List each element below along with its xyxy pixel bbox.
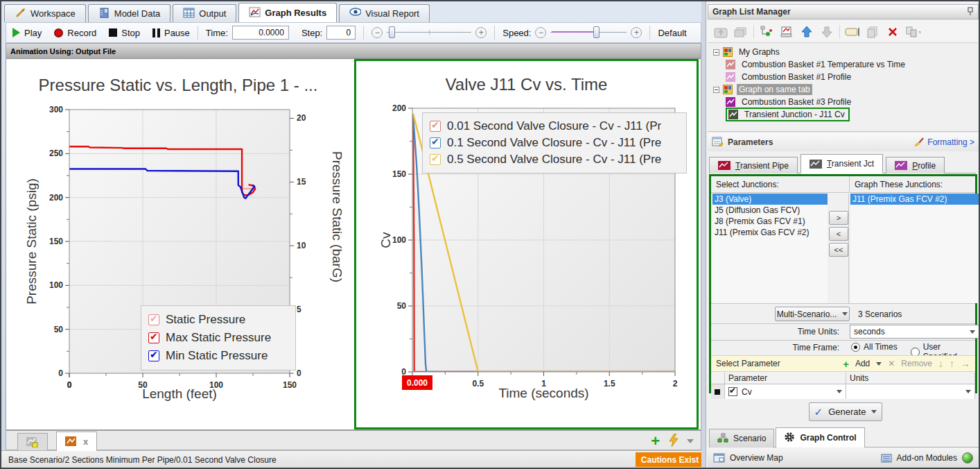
tree-item-combustion-basket-1-profile[interactable]: Combustion Basket #1 Profile: [709, 71, 977, 83]
update-graph-icon[interactable]: [779, 24, 794, 40]
junction-list-item[interactable]: J3 (Valve): [712, 194, 828, 205]
speed-slider-minus-button[interactable]: −: [535, 27, 546, 38]
graph-tab-profile[interactable]: [17, 433, 48, 451]
move-param-right-icon[interactable]: →: [961, 358, 970, 369]
pin-icon[interactable]: [967, 7, 974, 17]
addon-modules-button[interactable]: Add-on Modules: [881, 453, 957, 463]
legend-checkbox[interactable]: ✔: [148, 332, 159, 343]
parameter-row[interactable]: Cv: [711, 384, 975, 399]
tab-model-data[interactable]: Model Data: [88, 4, 170, 22]
cautions-exist-badge[interactable]: Cautions Exist: [636, 452, 704, 467]
legend-checkbox[interactable]: ✔: [430, 137, 441, 148]
tree-item-combustion-basket-3-profile[interactable]: Combustion Basket #3 Profile: [709, 96, 977, 108]
radio-all-times[interactable]: [851, 343, 860, 352]
tab-scenario[interactable]: Scenario: [709, 429, 774, 447]
pressure-profile-chart[interactable]: Pressure Static vs. Length, Pipe 1 - ...…: [8, 60, 349, 429]
play-button[interactable]: Play: [6, 23, 48, 42]
param-tab-profile[interactable]: Profile: [886, 157, 945, 173]
add-graph-icon[interactable]: +: [651, 434, 660, 448]
generate-button[interactable]: ✓ Generate: [809, 402, 882, 421]
panel-bottom-tabs: Scenario Graph Control: [709, 426, 979, 447]
legend-item[interactable]: ✔Static Pressure: [148, 313, 288, 327]
collapse-icon[interactable]: [713, 49, 719, 56]
move-param-down-icon[interactable]: ↓: [938, 358, 943, 369]
pause-button[interactable]: Pause: [146, 23, 196, 42]
move-up-icon[interactable]: [799, 24, 814, 40]
tree-item-graph-on-same-tab[interactable]: Graph on same tab: [709, 83, 977, 96]
time-units-select[interactable]: seconds: [850, 325, 979, 339]
speed-slider-thumb[interactable]: [593, 26, 600, 38]
legend-item[interactable]: ✔Min Static Pressure: [148, 349, 288, 363]
parameter-dropdown-icon[interactable]: [837, 390, 842, 393]
legend-item[interactable]: ✔0.01 Second Valve Closure - Cv - J11 (P…: [430, 119, 679, 133]
duplicate-icon[interactable]: [865, 24, 880, 40]
overview-map-button[interactable]: Overview Map: [713, 453, 783, 463]
load-graph-icon[interactable]: [713, 24, 728, 40]
param-tab-transient-pipe[interactable]: Transient Pipe: [709, 157, 798, 173]
time-input[interactable]: 0.0000: [232, 26, 289, 40]
speed-slider-plus-button[interactable]: +: [631, 27, 642, 38]
move-right-button[interactable]: >: [829, 211, 848, 225]
add-dropdown-icon[interactable]: [876, 362, 882, 366]
legend-item[interactable]: ✔0.5 Second Valve Closure - Cv - J11 (Pr…: [430, 153, 679, 167]
chart-icon: [249, 7, 261, 19]
add-graph-to-list-icon[interactable]: [759, 24, 774, 40]
graph-tab-transient[interactable]: x: [56, 432, 97, 451]
legend-item[interactable]: ✔0.1 Second Valve Closure - Cv - J11 (Pr…: [430, 136, 679, 150]
tab-output[interactable]: Output: [173, 4, 236, 22]
stop-button[interactable]: Stop: [103, 23, 146, 42]
legend-checkbox[interactable]: ✔: [430, 121, 441, 132]
legend-checkbox[interactable]: ✔: [148, 350, 159, 361]
param-tab-label: Transient Jct: [827, 159, 874, 169]
load-folder-icon[interactable]: [733, 24, 749, 40]
time-slider-thumb[interactable]: [389, 26, 395, 38]
collapse-icon[interactable]: [713, 87, 719, 93]
tree-graph-label: Combustion Basket #1 Profile: [740, 71, 853, 83]
move-all-left-button[interactable]: <<: [829, 243, 848, 257]
junction-list-item[interactable]: J8 (Premix Gas FCV #1): [712, 216, 828, 227]
time-slider[interactable]: [387, 26, 471, 39]
formatting-link[interactable]: Formatting >: [913, 137, 974, 147]
legend-checkbox[interactable]: ✔: [430, 154, 441, 165]
step-input[interactable]: 0: [326, 26, 356, 40]
speed-slider[interactable]: [550, 26, 627, 39]
generate-dropdown-icon[interactable]: [871, 410, 877, 413]
valve-cv-chart[interactable]: Valve J11 Cv vs. Time0.511.5205010015020…: [354, 59, 699, 429]
default-speed-button[interactable]: Default: [651, 23, 692, 42]
move-param-up-icon[interactable]: ↑: [950, 358, 954, 369]
move-down-icon[interactable]: [819, 24, 834, 40]
add-parameter-button[interactable]: Add: [855, 359, 870, 368]
strip-dropdown-icon[interactable]: [687, 439, 694, 443]
tab-workspace[interactable]: Workspace: [4, 4, 86, 22]
record-button[interactable]: Record: [48, 23, 103, 42]
parameter-checkbox[interactable]: [728, 387, 737, 396]
tab-graph-results[interactable]: Graph Results: [238, 3, 337, 22]
graphed-junction-item[interactable]: J11 (Premix Gas FCV #2): [850, 194, 979, 205]
tree-item-my-graphs[interactable]: My Graphs: [709, 46, 977, 58]
add-parameter-icon[interactable]: +: [843, 358, 849, 370]
time-slider-plus-button[interactable]: +: [475, 27, 487, 38]
quick-access-lightning-icon[interactable]: [668, 434, 679, 449]
multi-scenario-button[interactable]: Multi-Scenario...: [775, 307, 850, 321]
tree-item-transient-junction-j11-cv[interactable]: Transient Junction - J11 Cv: [709, 108, 977, 121]
remove-parameter-button[interactable]: Remove: [901, 359, 932, 368]
tree-item-combustion-basket-1-temperature-vs-time[interactable]: Combustion Basket #1 Temperature vs Time: [709, 58, 977, 71]
tab-graph-control[interactable]: Graph Control: [776, 427, 864, 447]
rename-icon[interactable]: [845, 24, 860, 40]
tab-visual-report[interactable]: Visual Report: [339, 4, 430, 22]
close-tab-icon[interactable]: x: [83, 436, 88, 447]
time-frame-option-all[interactable]: All Times: [851, 342, 898, 352]
junction-list-item[interactable]: J11 (Premix Gas FCV #2): [712, 227, 828, 238]
available-junctions-list[interactable]: J3 (Valve)J5 (Diffusion Gas FCV)J8 (Prem…: [712, 194, 828, 303]
delete-icon[interactable]: [885, 24, 900, 40]
move-left-button[interactable]: <: [829, 227, 848, 241]
change-folder-icon[interactable]: [905, 24, 920, 40]
legend-checkbox[interactable]: ✔: [148, 314, 159, 325]
units-dropdown-icon[interactable]: [965, 390, 971, 393]
legend-item[interactable]: ✔Max Static Pressure: [148, 331, 288, 345]
time-slider-minus-button[interactable]: −: [371, 27, 383, 38]
graphed-junctions-list[interactable]: J11 (Premix Gas FCV #2): [850, 194, 979, 303]
legend-label: Static Pressure: [166, 313, 245, 327]
param-tab-transient-jct[interactable]: Transient Jct: [800, 154, 883, 173]
junction-list-item[interactable]: J5 (Diffusion Gas FCV): [712, 205, 828, 216]
